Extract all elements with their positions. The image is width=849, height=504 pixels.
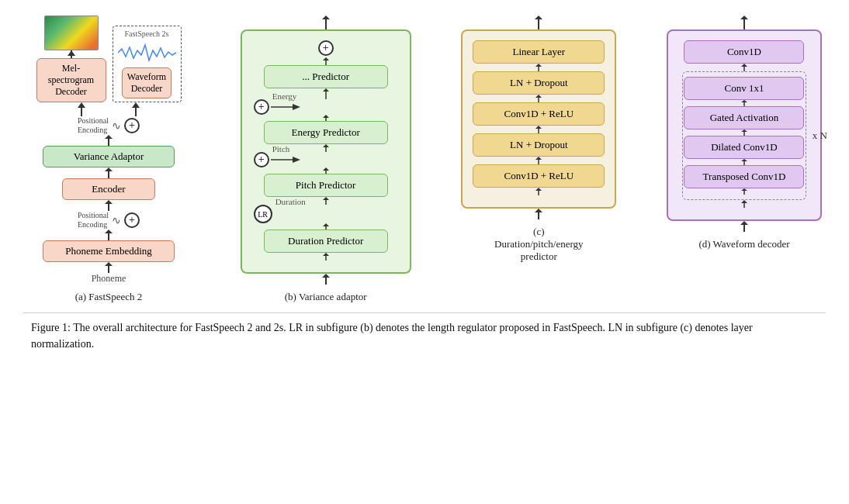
arr-d6 [740, 200, 748, 208]
svg-marker-35 [323, 253, 329, 256]
arrow-6 [105, 230, 113, 240]
circle-plus-b-top: + [318, 40, 334, 56]
energy-label: Energy [272, 91, 297, 101]
arr-c5 [535, 188, 542, 195]
main-container: Mel-spectrogramDecoder FastSpeech 2s Wav… [0, 0, 849, 360]
fig-b-label: (b) Variance adaptor [285, 291, 367, 303]
linear-layer-box: Linear Layer [473, 40, 605, 64]
svg-marker-47 [535, 157, 542, 160]
duration-label: Duration [275, 197, 306, 206]
arrow-5 [105, 200, 113, 211]
arr-b5 [322, 167, 330, 174]
svg-marker-19 [323, 88, 329, 91]
gated-activation-box: Gated Activation [684, 106, 804, 129]
phoneme-label: Phoneme [92, 273, 126, 285]
arrow-7 [105, 262, 113, 273]
fig-b-top-arrow [322, 16, 330, 29]
arr-c4 [535, 157, 542, 164]
svg-marker-1 [78, 102, 85, 108]
svg-marker-23 [323, 115, 329, 118]
phoneme-embedding-box: Phoneme Embedding [43, 240, 175, 262]
arr-c1 [535, 64, 542, 71]
pos-enc-top-row: PositionalEncoding ∿ + [78, 116, 140, 135]
energy-predictor-box: Energy Predictor [264, 121, 388, 144]
svg-marker-49 [535, 188, 542, 191]
svg-marker-7 [105, 167, 113, 171]
arrow-4 [105, 167, 113, 178]
predictor-detail-box: Linear Layer LN + Dropout Conv1D + ReLU … [461, 29, 616, 209]
arrow-3 [105, 135, 113, 146]
figure-c: Linear Layer LN + Dropout Conv1D + ReLU … [457, 16, 620, 263]
arr-c2 [535, 95, 542, 102]
figure-caption: Figure 1: The overall architecture for F… [23, 319, 826, 352]
arr-d1 [740, 64, 748, 71]
conv-relu1-box: Conv1D + ReLU [473, 102, 605, 126]
pos-enc-bottom-row: PositionalEncoding ∿ + [78, 211, 140, 230]
duration-predictor-box: Duration Predictor [264, 230, 388, 253]
svg-marker-9 [105, 200, 113, 204]
svg-marker-15 [322, 16, 330, 19]
arr-b3 [322, 115, 330, 121]
fig-d-bottom-arrow [740, 221, 748, 232]
svg-marker-27 [293, 157, 300, 163]
svg-marker-53 [740, 16, 748, 19]
waveform-decoder-box: WaveformDecoder [122, 67, 172, 98]
mel-spectrogram-image [44, 16, 99, 50]
variance-adaptor-box: Variance Adaptor [43, 146, 175, 167]
svg-marker-59 [741, 129, 747, 132]
arr-c3 [535, 126, 542, 133]
arr-b7 [322, 223, 330, 230]
arr-b6 [322, 197, 330, 205]
svg-marker-43 [535, 95, 542, 98]
svg-marker-51 [535, 209, 542, 212]
ln-dropout1-box: LN + Dropout [473, 71, 605, 95]
fig-b-bottom-arrow [322, 274, 330, 285]
fig-c-top-arrow [535, 16, 542, 29]
svg-marker-31 [323, 197, 329, 200]
circle-plus-top: + [124, 118, 140, 133]
figures-row: Mel-spectrogramDecoder FastSpeech 2s Wav… [23, 16, 826, 303]
fig-c-bottom-arrow [535, 209, 542, 219]
arr-d2 [740, 100, 748, 106]
pitch-label: Pitch [272, 144, 290, 154]
squiggle-bottom: ∿ [112, 214, 121, 227]
dashed-inner-box: Conv 1x1 Gated Activation Dilated Conv1D… [682, 71, 806, 200]
conv1d-top-box: Conv1D [684, 40, 804, 64]
mel-decoder-box: Mel-spectrogramDecoder [36, 58, 106, 102]
encoder-box: Encoder [62, 178, 155, 200]
svg-marker-65 [741, 200, 747, 203]
transposed-conv-box: Transposed Conv1D [684, 165, 804, 188]
ellipsis-predictor-box: ... Predictor [264, 65, 388, 88]
svg-marker-61 [741, 159, 747, 161]
fig-a-label: (a) FastSpeech 2 [75, 291, 143, 303]
fastspeech2s-box: FastSpeech 2s WaveformDecoder [113, 26, 182, 102]
waveform-detail-box: Conv1D Conv 1x1 Gated Activation Dilated… [667, 29, 822, 221]
dilated-conv-box: Dilated Conv1D [684, 136, 804, 159]
svg-marker-57 [741, 100, 747, 102]
variance-adaptor-detail-box: + ... Predictor + Energy [241, 29, 411, 274]
pitch-predictor-box: Pitch Predictor [264, 174, 388, 197]
figure-a: Mel-spectrogramDecoder FastSpeech 2s Wav… [23, 16, 194, 303]
arrow-to-wave [132, 102, 140, 116]
pitch-arrow [271, 156, 302, 164]
ln-dropout2-box: LN + Dropout [473, 133, 605, 157]
svg-marker-41 [535, 64, 542, 67]
svg-marker-45 [535, 126, 542, 129]
svg-marker-13 [105, 262, 113, 266]
waveform-svg [118, 41, 176, 64]
pos-enc-bottom-label: PositionalEncoding [78, 211, 109, 230]
arr-b1 [322, 57, 330, 65]
svg-marker-3 [132, 102, 140, 108]
svg-marker-67 [740, 221, 748, 225]
circle-plus-b-energy: + [254, 99, 269, 115]
svg-marker-25 [323, 144, 329, 147]
arr-b2 [322, 88, 330, 99]
svg-marker-29 [323, 167, 329, 171]
energy-arrow [271, 103, 302, 111]
svg-marker-21 [293, 104, 300, 110]
fig-d-top-arrow [740, 16, 748, 29]
squiggle-top: ∿ [112, 119, 121, 133]
arr-d3 [740, 129, 748, 136]
svg-marker-55 [741, 64, 747, 67]
fig-d-label: (d) Waveform decoder [698, 238, 789, 250]
